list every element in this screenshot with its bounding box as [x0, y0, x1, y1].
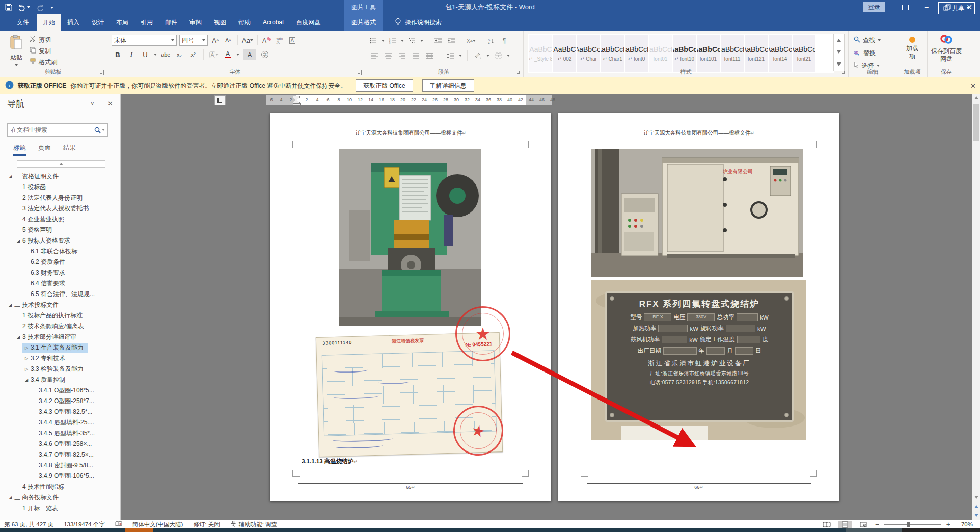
font-color-button[interactable]: A	[223, 49, 233, 60]
multilevel-list-button[interactable]	[407, 35, 417, 46]
clear-formatting-button[interactable]: A	[262, 35, 272, 46]
scroll-up-arrow[interactable]	[972, 94, 980, 102]
proofing-icon[interactable]	[115, 521, 122, 528]
web-layout-button[interactable]	[857, 521, 870, 528]
nav-item[interactable]: 6.3 财务要求	[0, 268, 119, 278]
styles-dialog-launcher[interactable]	[841, 70, 846, 75]
nav-item[interactable]: 2 技术条款响应/偏离表	[0, 321, 119, 332]
sign-in-button[interactable]: 登录	[863, 2, 885, 12]
font-size-combo[interactable]: 四号	[179, 35, 208, 46]
borders-button[interactable]	[493, 50, 503, 61]
tab-8[interactable]: 视图	[208, 14, 232, 31]
sort-button[interactable]: AZ	[486, 35, 496, 46]
style-Char1[interactable]: AaBbCcD↵ Char1	[601, 35, 624, 72]
cut-button[interactable]: 剪切	[30, 34, 57, 45]
find-button[interactable]: 查找	[854, 35, 897, 46]
align-left-button[interactable]	[369, 50, 379, 61]
track-changes-indicator[interactable]: 修订: 关闭	[193, 521, 220, 528]
bold-button[interactable]: B	[113, 49, 123, 60]
previous-page-button[interactable]	[972, 502, 980, 511]
shading-button[interactable]	[473, 50, 483, 61]
next-page-button[interactable]	[972, 511, 980, 519]
replace-button[interactable]: ab替换	[854, 47, 897, 59]
nav-item[interactable]: 3.4.3 O型圈-82.5*...	[0, 407, 119, 417]
format-painter-button[interactable]: 格式刷	[30, 57, 57, 68]
nav-item[interactable]: ◢二 技术投标文件	[0, 300, 119, 310]
style-font10[interactable]: AaBbCcI↵ font10	[673, 35, 696, 72]
nav-search-box[interactable]	[7, 123, 108, 137]
paragraph-dialog-launcher[interactable]	[516, 70, 521, 75]
line-spacing-button[interactable]	[445, 50, 455, 61]
align-right-button[interactable]	[397, 50, 407, 61]
tab-10[interactable]: Acrobat	[257, 14, 290, 31]
nav-item[interactable]: ▷3.1 生产装备及能力	[0, 342, 119, 353]
nav-item[interactable]: 5 资格声明	[0, 225, 119, 235]
styles-gallery-scroll[interactable]	[833, 34, 845, 71]
style-font111[interactable]: AaBbCcDfont111	[721, 35, 744, 72]
collapse-icon[interactable]: ◢	[22, 378, 31, 382]
tab-1[interactable]: 开始	[37, 14, 61, 31]
character-shading-button[interactable]: A	[243, 49, 256, 60]
increase-indent-button[interactable]	[446, 35, 456, 46]
tab-file[interactable]: 文件	[9, 14, 37, 31]
distribute-button[interactable]	[424, 50, 434, 61]
font-name-combo[interactable]: 宋体	[112, 35, 177, 46]
text-effects-button[interactable]: A	[209, 49, 219, 60]
scroll-down-arrow[interactable]	[972, 493, 980, 501]
nav-item[interactable]: 3.4.4 唇型填料-25....	[0, 417, 119, 428]
nav-tab-标题[interactable]: 标题	[13, 144, 26, 156]
ribbon-display-options-button[interactable]	[894, 0, 916, 14]
punch-press-photo[interactable]	[339, 149, 481, 326]
tab-6[interactable]: 邮件	[159, 14, 183, 31]
justify-button[interactable]	[411, 50, 421, 61]
style-font14[interactable]: AaBbCcIfont14	[769, 35, 792, 72]
vertical-scrollbar[interactable]	[972, 94, 980, 520]
read-mode-button[interactable]	[820, 521, 833, 528]
strikethrough-button[interactable]: abc	[160, 49, 171, 60]
style-Char[interactable]: AaBbCcI↵ Char	[577, 35, 600, 72]
tab-9[interactable]: 帮助	[232, 14, 257, 31]
collapse-icon[interactable]: ◢	[6, 174, 14, 179]
italic-button[interactable]: I	[126, 49, 137, 60]
superscript-button[interactable]: x²	[188, 49, 198, 60]
nav-item[interactable]: 1 投标产品的执行标准	[0, 310, 119, 321]
tab-7[interactable]: 审阅	[183, 14, 208, 31]
nav-item[interactable]: 6.1 非联合体投标	[0, 246, 119, 257]
phonetic-guide-button[interactable]: wén文	[275, 35, 285, 46]
style-font21[interactable]: AaBbCcIfont21	[793, 35, 815, 72]
nav-item[interactable]: ▷3.2 专利技术	[0, 353, 119, 364]
nav-tab-页面[interactable]: 页面	[38, 144, 51, 156]
save-to-baidu-button[interactable]: 保存到百度网盘	[928, 31, 965, 63]
sintering-furnace-photo[interactable]: 江港炉业有限公司	[591, 149, 803, 277]
nav-item[interactable]: 3.4.2 O型圈-258*7...	[0, 396, 119, 407]
nav-item[interactable]: 3.4.9 O型圈-106*5...	[0, 471, 119, 482]
nav-item[interactable]: ◢3 技术部分详细评审	[0, 332, 119, 342]
tab-picture-format[interactable]: 图片格式	[344, 14, 383, 31]
nav-item[interactable]: ◢三 商务投标文件	[0, 492, 119, 503]
decrease-indent-button[interactable]	[433, 35, 443, 46]
tab-4[interactable]: 布局	[110, 14, 134, 31]
expand-icon[interactable]: ▷	[22, 356, 31, 361]
style-font01[interactable]: AaBbCcDfont01	[649, 35, 672, 72]
shrink-font-button[interactable]: A˅	[223, 35, 233, 46]
nav-item[interactable]: ▷3.3 检验装备及能力	[0, 364, 119, 375]
nav-close-icon[interactable]: ✕	[107, 100, 113, 108]
underline-button[interactable]: U	[140, 49, 150, 60]
print-layout-button[interactable]	[838, 521, 852, 528]
nav-scroll-up-button[interactable]	[17, 160, 105, 168]
accessibility-status[interactable]: 辅助功能: 调查	[230, 521, 277, 528]
nav-item[interactable]: ◢3.4 质量控制	[0, 375, 119, 385]
minimize-button[interactable]: −	[916, 0, 937, 14]
nav-item[interactable]: 3.4.5 唇型填料-35*...	[0, 428, 119, 439]
collapse-icon[interactable]: ◢	[6, 303, 14, 307]
copy-button[interactable]: 复制	[30, 45, 57, 57]
addins-button[interactable]: 加载项	[897, 31, 927, 60]
document-page-1[interactable]: 辽宁天源大奔科技集团有限公司——投标文件↵	[270, 113, 551, 501]
document-page-2[interactable]: 辽宁天源大奔科技集团有限公司——投标文件↵ 江港炉业有限公司	[558, 113, 839, 501]
style-font101[interactable]: AaBbCcIfont101	[697, 35, 720, 72]
expand-icon[interactable]: ▷	[22, 367, 31, 371]
language-indicator[interactable]: 简体中文(中国大陆)	[132, 521, 183, 528]
nav-item[interactable]: 1 开标一览表	[0, 503, 119, 514]
tab-5[interactable]: 引用	[134, 14, 159, 31]
tab-3[interactable]: 设计	[86, 14, 110, 31]
